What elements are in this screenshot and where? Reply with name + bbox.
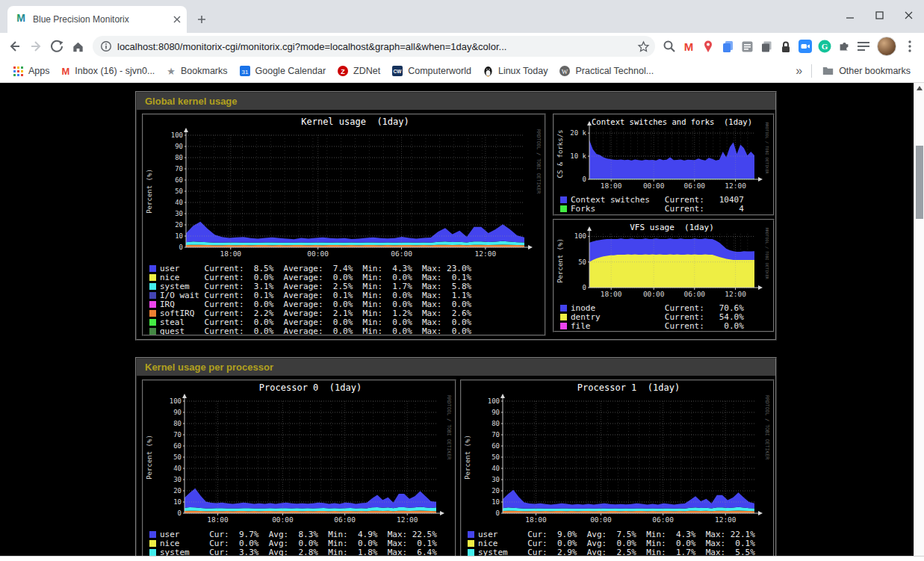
location-pin-ext-icon[interactable] xyxy=(698,37,718,56)
legend-swatch xyxy=(468,531,474,538)
svg-text:VFS usage (1day): VFS usage (1day) xyxy=(630,223,714,232)
bookmark-linux-today[interactable]: Linux Today xyxy=(477,62,554,80)
svg-text:10: 10 xyxy=(492,498,500,506)
new-tab-button[interactable] xyxy=(191,9,212,30)
computerworld-icon: CW xyxy=(392,66,403,76)
legend-row: user Cur: 9.7% Avg: 8.3% Min: 4.9% Max: … xyxy=(149,530,455,539)
svg-text:RRDTOOL / TOBI OETIKER: RRDTOOL / TOBI OETIKER xyxy=(446,395,452,459)
extensions-puzzle-icon[interactable] xyxy=(834,37,854,56)
page-scrollbar[interactable] xyxy=(914,83,924,561)
graph-processor-1[interactable]: 010203040506070809010018:0000:0006:0012:… xyxy=(460,379,775,561)
legend-row: softIRQ Current: 2.2% Average: 2.1% Min:… xyxy=(149,309,545,317)
legend-swatch xyxy=(149,301,156,308)
tab-close-icon[interactable] xyxy=(173,16,181,23)
svg-text:60: 60 xyxy=(173,442,182,450)
legend-text: file Current: 0.0% xyxy=(571,321,744,331)
back-icon[interactable] xyxy=(4,36,25,57)
scrollbar-up-arrow[interactable] xyxy=(917,86,923,90)
forward-icon[interactable] xyxy=(25,36,46,57)
bookmark-computerworld[interactable]: CW Computerworld xyxy=(386,62,477,80)
search-ext-icon[interactable] xyxy=(660,37,679,56)
legend-swatch xyxy=(560,205,567,212)
svg-text:60: 60 xyxy=(492,442,500,450)
bookmark-zdnet[interactable]: Z ZDNet xyxy=(332,62,386,80)
svg-text:Z: Z xyxy=(341,68,345,75)
legend-row: file Current: 0.0% xyxy=(560,321,773,330)
svg-text:Percent (%): Percent (%) xyxy=(556,238,564,283)
bookmark-practical-technology[interactable]: W Practical Technol... xyxy=(554,62,660,80)
bookmark-star-icon[interactable] xyxy=(634,37,652,55)
svg-text:60: 60 xyxy=(175,176,183,184)
home-icon[interactable] xyxy=(67,36,88,57)
legend-row: user Current: 8.5% Average: 7.4% Min: 4.… xyxy=(149,264,545,273)
gmail-ext-icon[interactable]: M xyxy=(679,37,698,56)
browser-tab[interactable]: M Blue Precision Monitorix xyxy=(7,6,187,33)
svg-text:80: 80 xyxy=(492,420,500,427)
legend-swatch xyxy=(468,549,474,556)
svg-text:20 k: 20 k xyxy=(570,129,586,137)
svg-text:06:00: 06:00 xyxy=(652,515,674,524)
svg-text:18:00: 18:00 xyxy=(207,515,229,524)
svg-text:Context switches and forks (1: Context switches and forks (1day) xyxy=(592,117,752,126)
maximize-icon[interactable] xyxy=(875,10,884,20)
zoom-camera-ext-icon[interactable] xyxy=(796,37,815,56)
scrollbar-thumb[interactable] xyxy=(916,146,923,219)
legend-swatch xyxy=(560,323,567,329)
page-info-icon[interactable] xyxy=(100,40,112,52)
svg-text:50: 50 xyxy=(173,453,182,461)
bookmarks-separator xyxy=(811,64,812,78)
legend-swatch xyxy=(149,310,156,317)
svg-text:Processor 0 (1day): Processor 0 (1day) xyxy=(259,382,362,393)
processor-0-chart: 010203040506070809010018:0000:0006:0012:… xyxy=(144,382,455,528)
graph-vfs-usage[interactable]: 05010018:0000:0006:0012:00VFS usage (1da… xyxy=(553,219,775,332)
legend-swatch xyxy=(149,549,156,556)
copy-pages-ext-icon[interactable] xyxy=(718,37,737,56)
monitorix-favicon: M xyxy=(15,12,27,27)
reader-ext-icon[interactable] xyxy=(737,37,757,56)
svg-text:RRDTOOL / TOBI OETIKER: RRDTOOL / TOBI OETIKER xyxy=(765,228,769,280)
grammarly-ext-icon[interactable]: G xyxy=(815,37,834,56)
apps-shortcut[interactable]: Apps xyxy=(7,62,56,80)
toolbar: localhost:8080/monitorix-cgi/monitorix.c… xyxy=(0,33,924,60)
svg-text:0: 0 xyxy=(496,509,500,517)
svg-text:CS & forks/s: CS & forks/s xyxy=(556,129,564,178)
reading-list-ext-icon[interactable] xyxy=(854,37,873,56)
graph-processor-0[interactable]: 010203040506070809010018:0000:0006:0012:… xyxy=(142,379,456,561)
profile-avatar[interactable] xyxy=(877,37,896,56)
svg-text:70: 70 xyxy=(173,431,182,438)
svg-text:G: G xyxy=(822,42,828,51)
lock-ext-icon[interactable] xyxy=(776,37,796,56)
bookmarks-bar: Apps M Inbox (16) - sjvn0... ★ Bookmarks… xyxy=(0,60,924,83)
other-bookmarks[interactable]: Other bookmarks xyxy=(816,62,917,80)
legend-row: Context switches Current: 10407 xyxy=(560,195,773,204)
svg-text:20: 20 xyxy=(175,221,183,229)
section-global-kernel-usage: Global kernel usage 01020304050607080901… xyxy=(135,91,777,341)
zdnet-icon: Z xyxy=(338,66,348,76)
svg-text:90: 90 xyxy=(492,409,500,416)
vfs-usage-chart: 05010018:0000:0006:0012:00VFS usage (1da… xyxy=(555,221,773,302)
svg-text:0: 0 xyxy=(179,244,183,251)
url-bar[interactable]: localhost:8080/monitorix-cgi/monitorix.c… xyxy=(93,36,655,57)
bookmarks-overflow-icon[interactable]: » xyxy=(791,64,807,78)
graph-kernel-usage[interactable]: 010203040506070809010018:0000:0006:0012:… xyxy=(142,114,546,336)
bookmark-bookmarks[interactable]: ★ Bookmarks xyxy=(161,62,233,80)
graph-context-switches[interactable]: 010 k20 k18:0000:0006:0012:00Context swi… xyxy=(553,114,775,216)
svg-text:12:00: 12:00 xyxy=(725,182,746,190)
bookmark-google-calendar[interactable]: 31 Google Calendar xyxy=(234,62,332,80)
minimize-icon[interactable] xyxy=(846,10,855,20)
legend-row: dentry Current: 54.0% xyxy=(560,312,773,321)
reload-icon[interactable] xyxy=(46,36,67,57)
svg-text:30: 30 xyxy=(173,476,182,483)
svg-text:10: 10 xyxy=(175,232,183,240)
star-icon: ★ xyxy=(167,66,176,76)
browser-menu-icon[interactable] xyxy=(900,37,920,56)
svg-text:RRDTOOL / TOBI OETIKER: RRDTOOL / TOBI OETIKER xyxy=(765,123,769,175)
close-window-icon[interactable] xyxy=(904,10,914,20)
svg-text:06:00: 06:00 xyxy=(391,249,412,258)
svg-text:80: 80 xyxy=(173,420,182,427)
svg-text:70: 70 xyxy=(492,431,500,438)
svg-text:50: 50 xyxy=(175,187,183,195)
url-text[interactable]: localhost:8080/monitorix-cgi/monitorix.c… xyxy=(117,41,629,52)
bookmark-inbox[interactable]: M Inbox (16) - sjvn0... xyxy=(56,62,161,80)
collections-ext-icon[interactable] xyxy=(757,37,776,56)
